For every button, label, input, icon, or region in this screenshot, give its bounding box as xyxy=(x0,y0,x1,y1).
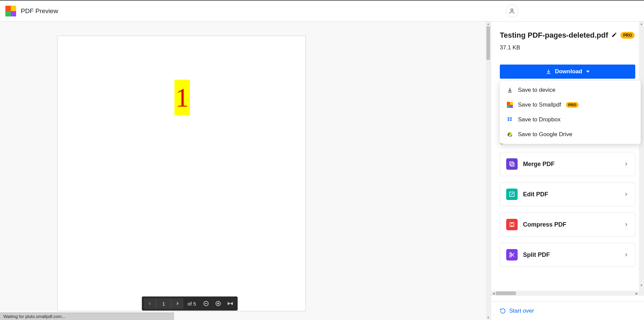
restart-icon xyxy=(500,308,506,314)
tool-compress-label: Compress PDF xyxy=(523,221,618,228)
dropdown-save-to-google-drive[interactable]: Save to Google Drive xyxy=(500,127,641,142)
current-page-number[interactable]: 1 xyxy=(156,299,171,309)
browser-status-bar: Waiting for pluto.smallpdf.com... xyxy=(0,313,174,320)
caret-down-icon xyxy=(586,71,590,73)
sidebar-horizontal-scrollbar[interactable]: ◀ ▶ xyxy=(491,291,639,296)
dropbox-icon xyxy=(507,116,513,123)
scrollbar-thumb[interactable] xyxy=(486,26,490,60)
scrollbar-up-icon[interactable]: ▲ xyxy=(639,22,644,26)
download-icon xyxy=(507,87,513,93)
download-button[interactable]: Download xyxy=(500,65,635,79)
right-sidebar: Testing PDF-pages-deleted.pdf PRO 37.1 K… xyxy=(491,22,644,320)
file-title-row: Testing PDF-pages-deleted.pdf PRO xyxy=(500,31,635,40)
scrollbar-right-icon[interactable]: ▶ xyxy=(634,291,639,296)
pro-badge: PRO xyxy=(620,32,635,39)
pdf-preview-area: 1 1 of 5 ▲ xyxy=(0,22,491,320)
header-left: PDF Preview xyxy=(5,6,58,16)
dropdown-save-to-device-label: Save to device xyxy=(518,87,556,93)
edit-pdf-icon xyxy=(506,189,518,200)
sidebar-vertical-scrollbar[interactable]: ▲ ▼ xyxy=(639,22,644,296)
google-drive-icon xyxy=(507,131,513,138)
scrollbar-up-icon[interactable]: ▲ xyxy=(486,22,491,26)
pro-badge: PRO xyxy=(566,102,579,108)
download-dropdown: Save to device Save to Smallpdf PRO Save… xyxy=(500,81,641,144)
split-icon xyxy=(506,249,518,261)
zoom-out-button[interactable] xyxy=(201,298,211,309)
file-name: Testing PDF-pages-deleted.pdf xyxy=(500,31,608,40)
content: 1 1 of 5 ▲ xyxy=(0,22,644,320)
fit-width-button[interactable] xyxy=(225,298,236,309)
start-over-bar: Start over xyxy=(491,301,644,320)
dropdown-save-to-smallpdf[interactable]: Save to Smallpdf PRO xyxy=(500,97,641,112)
status-text: Waiting for pluto.smallpdf.com... xyxy=(3,314,65,319)
zoom-in-icon xyxy=(215,301,221,307)
rename-button[interactable] xyxy=(611,32,617,39)
tool-split-pdf[interactable]: Split PDF xyxy=(500,243,635,267)
preview-vertical-scrollbar[interactable]: ▲ ▼ xyxy=(486,22,491,320)
chevron-right-icon xyxy=(623,252,629,257)
download-label: Download xyxy=(555,68,582,75)
scrollbar-thumb[interactable] xyxy=(496,291,516,295)
scrollbar-down-icon[interactable]: ▼ xyxy=(486,315,491,320)
dropdown-save-to-device[interactable]: Save to device xyxy=(500,83,641,97)
compress-icon xyxy=(506,219,518,230)
dropdown-save-to-google-drive-label: Save to Google Drive xyxy=(518,131,572,138)
tool-merge-label: Merge PDF xyxy=(523,161,618,168)
tool-merge-pdf[interactable]: Merge PDF xyxy=(500,152,635,176)
next-page-button[interactable] xyxy=(172,298,183,309)
total-pages-label: of 5 xyxy=(184,301,200,307)
app-header: PDF Preview xyxy=(0,1,644,22)
start-over-link[interactable]: Start over xyxy=(509,308,534,314)
page-content-number: 1 xyxy=(174,80,190,115)
tool-edit-pdf[interactable]: Edit PDF xyxy=(500,182,635,206)
page-nav-pill: 1 xyxy=(144,298,184,309)
scrollbar-down-icon[interactable]: ▼ xyxy=(639,283,644,288)
chevron-right-icon xyxy=(623,161,629,167)
chevron-left-icon xyxy=(148,301,152,306)
chevron-right-icon xyxy=(175,301,180,306)
svg-rect-9 xyxy=(510,162,513,165)
pdf-page[interactable]: 1 xyxy=(57,36,306,311)
account-button[interactable] xyxy=(506,5,518,17)
tool-compress-pdf[interactable]: Compress PDF xyxy=(500,212,635,237)
fit-width-icon xyxy=(227,301,234,307)
zoom-out-icon xyxy=(203,301,209,307)
smallpdf-logo-icon xyxy=(507,102,513,108)
prev-page-button[interactable] xyxy=(145,298,155,309)
zoom-in-button[interactable] xyxy=(213,298,224,309)
smallpdf-logo-icon[interactable] xyxy=(5,6,16,16)
download-icon xyxy=(546,69,552,75)
dropdown-save-to-dropbox-label: Save to Dropbox xyxy=(518,116,561,123)
tool-split-label: Split PDF xyxy=(523,251,618,258)
dropdown-save-to-dropbox[interactable]: Save to Dropbox xyxy=(500,112,641,127)
page-navigation-toolbar: 1 of 5 xyxy=(142,296,238,311)
dropdown-save-to-smallpdf-label: Save to Smallpdf xyxy=(518,102,561,108)
merge-icon xyxy=(506,158,518,170)
file-size: 37.1 KB xyxy=(500,44,635,51)
page-title: PDF Preview xyxy=(21,7,58,15)
svg-rect-10 xyxy=(511,163,514,166)
sidebar-inner: Testing PDF-pages-deleted.pdf PRO 37.1 K… xyxy=(491,22,644,267)
chevron-right-icon xyxy=(623,192,629,197)
svg-rect-12 xyxy=(510,223,514,227)
chevron-right-icon xyxy=(623,222,629,227)
svg-point-0 xyxy=(511,9,513,11)
tool-edit-label: Edit PDF xyxy=(523,191,618,198)
user-icon xyxy=(509,8,515,14)
pencil-icon xyxy=(611,32,617,38)
scrollbar-left-icon[interactable]: ◀ xyxy=(491,291,496,296)
